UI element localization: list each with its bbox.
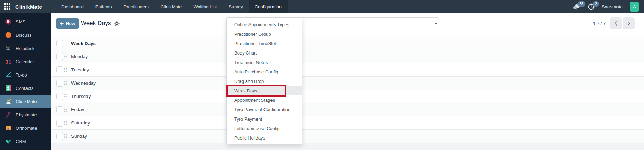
menu-item-practitioner-timeslot[interactable]: Practitioner TimeSlot xyxy=(227,39,302,48)
menu-item-auto-purchase-config[interactable]: Auto Purchase Config xyxy=(227,67,302,77)
row-checkbox[interactable] xyxy=(56,133,63,140)
top-menu-waiting-list[interactable]: Waiting List xyxy=(188,0,223,13)
table-row[interactable]: Friday xyxy=(51,103,644,116)
user-menu[interactable]: Saasmate xyxy=(601,4,623,9)
sidebar-item-sms[interactable]: SMS xyxy=(0,15,51,28)
table-row[interactable]: Saturday xyxy=(51,116,644,130)
top-menu-practitioners[interactable]: Practitioners xyxy=(118,0,155,13)
menu-item-tyro-payment[interactable]: Tyro Payment xyxy=(227,114,302,124)
clinikmate-icon xyxy=(5,98,12,105)
drag-handle-icon[interactable] xyxy=(64,107,67,112)
new-button-label: New xyxy=(66,21,75,26)
menu-item-practitioner-group[interactable]: Practitioner Group xyxy=(227,29,302,39)
row-label: Thursday xyxy=(71,94,91,99)
svg-text:3: 3 xyxy=(5,59,8,65)
sidebar-item-label: SMS xyxy=(16,19,25,24)
week-days-table: Week Days Monday Tuesday xyxy=(51,37,644,143)
sidebar-item-label: CRM xyxy=(16,139,26,144)
sidebar-item-calendar[interactable]: 3 1 Calendar xyxy=(0,55,51,68)
drag-handle-icon[interactable] xyxy=(64,54,67,59)
table-row[interactable]: Tuesday xyxy=(51,63,644,77)
messages-icon[interactable]: 36 xyxy=(573,3,581,10)
sidebar-item-label: Orthomate xyxy=(16,126,37,131)
drag-handle-icon[interactable] xyxy=(64,81,67,85)
table-row[interactable]: Monday xyxy=(51,50,644,63)
page-title: Week Days xyxy=(81,20,111,27)
main-content: New Week Days xyxy=(51,13,644,150)
todo-icon xyxy=(5,71,12,78)
topbar-right: 36 2 Saasmate A xyxy=(573,0,644,13)
avatar[interactable]: A xyxy=(630,2,639,12)
sms-icon xyxy=(5,18,12,25)
sidebar-item-helpdesk[interactable]: Helpdesk xyxy=(0,42,51,55)
row-checkbox[interactable] xyxy=(56,80,63,87)
table-header-row: Week Days xyxy=(51,37,644,50)
drag-handle-icon[interactable] xyxy=(64,94,67,99)
menu-item-body-chart[interactable]: Body Chart xyxy=(227,48,302,58)
menu-item-online-appointments-types[interactable]: Online Appointments Types xyxy=(227,20,302,29)
table-row[interactable]: Sunday xyxy=(51,130,644,143)
content-footer-area xyxy=(51,143,644,150)
row-checkbox[interactable] xyxy=(56,66,63,73)
sidebar-item-label: Discuss xyxy=(16,33,32,38)
crm-icon xyxy=(5,138,12,145)
top-menu-configuration[interactable]: Configuration xyxy=(249,0,288,13)
drag-handle-icon[interactable] xyxy=(64,67,67,72)
top-menu: Dashboard Patients Practitioners ClinikM… xyxy=(55,0,288,13)
sidebar-item-discuss[interactable]: Discuss xyxy=(0,28,51,42)
sidebar-item-physimate[interactable]: Physimate xyxy=(0,108,51,121)
row-label: Tuesday xyxy=(71,67,89,72)
sidebar-item-label: Helpdesk xyxy=(16,46,34,51)
top-menu-survey[interactable]: Survey xyxy=(223,0,248,13)
sidebar-item-contacts[interactable]: Contacts xyxy=(0,81,51,95)
sidebar-item-label: Calendar xyxy=(16,59,34,64)
sidebar-item-label: Physimate xyxy=(16,112,37,117)
pager-prev-button[interactable] xyxy=(610,17,622,29)
row-checkbox[interactable] xyxy=(56,93,63,100)
sidebar-item-crm[interactable]: CRM xyxy=(0,135,51,148)
menu-item-appointment-stages[interactable]: Appointment Stages xyxy=(227,95,302,105)
menu-item-treatment-notes[interactable]: Treatment Notes xyxy=(227,58,302,67)
physimate-icon xyxy=(5,111,12,118)
menu-item-public-holidays[interactable]: Public Holidays xyxy=(227,133,302,143)
pager-range[interactable]: 1-7 / 7 xyxy=(593,21,606,26)
activity-clock-icon[interactable]: 2 xyxy=(588,3,595,10)
sidebar-item-clinikmate[interactable]: ClinikMate xyxy=(0,95,51,108)
row-label: Saturday xyxy=(71,120,90,126)
apps-grid-icon[interactable] xyxy=(0,0,15,13)
configuration-dropdown-menu: Online Appointments Types Practitioner G… xyxy=(226,17,302,144)
top-menu-dashboard[interactable]: Dashboard xyxy=(55,0,90,13)
drag-handle-icon[interactable] xyxy=(64,134,67,138)
table-row[interactable]: Wednesday xyxy=(51,77,644,90)
table-row[interactable]: Thursday xyxy=(51,90,644,103)
row-checkbox[interactable] xyxy=(56,106,63,113)
chevron-left-icon xyxy=(614,21,618,26)
sidebar-item-label: ClinikMate xyxy=(16,99,37,104)
gear-icon[interactable] xyxy=(114,21,120,26)
row-label: Monday xyxy=(71,54,88,59)
menu-item-letter-compose-config[interactable]: Letter compose Config xyxy=(227,124,302,133)
brand-title[interactable]: ClinikMate xyxy=(15,0,46,13)
menu-item-tyro-payment-configuration[interactable]: Tyro Payment Configuration xyxy=(227,105,302,114)
row-label: Sunday xyxy=(71,134,87,139)
pager-next-button[interactable] xyxy=(623,17,635,29)
menu-item-drag-and-drop[interactable]: Drag and Drop xyxy=(227,77,302,86)
row-checkbox[interactable] xyxy=(56,53,63,60)
top-menu-patients[interactable]: Patients xyxy=(90,0,118,13)
top-menu-clinikmate[interactable]: ClinikMate xyxy=(155,0,188,13)
topbar: ClinikMate Dashboard Patients Practition… xyxy=(0,0,644,13)
new-button[interactable]: New xyxy=(56,18,79,29)
chevron-down-icon xyxy=(435,23,437,24)
helpdesk-icon xyxy=(5,45,12,52)
menu-item-week-days[interactable]: Week Days xyxy=(227,86,302,95)
search-dropdown-toggle[interactable] xyxy=(433,18,439,29)
messages-badge: 36 xyxy=(577,1,586,7)
activity-badge: 2 xyxy=(593,1,599,7)
drag-handle-icon[interactable] xyxy=(64,121,67,125)
row-checkbox[interactable] xyxy=(56,120,63,127)
discuss-icon xyxy=(5,31,12,38)
sidebar-item-todo[interactable]: To-do xyxy=(0,68,51,81)
sidebar-item-label: To-do xyxy=(16,72,27,78)
select-all-checkbox[interactable] xyxy=(56,40,63,47)
sidebar-item-orthomate[interactable]: Orthomate xyxy=(0,121,51,135)
